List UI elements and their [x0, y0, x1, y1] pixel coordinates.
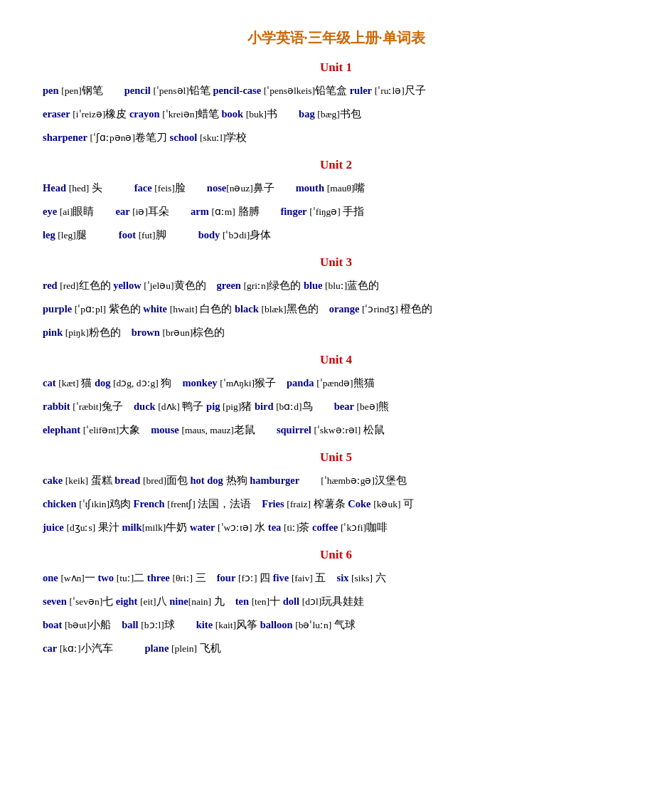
unit-line-unit6-2: boat [bəut]小船 ball [bɔːl]球 kite [kait]风筝…	[43, 615, 629, 635]
unit-line-unit5-1: chicken [ˈtʃikin]鸡肉 French [frentʃ] 法国，法…	[43, 494, 629, 514]
unit-title-unit1: Unit 1	[43, 60, 629, 75]
unit-line-unit4-0: cat [kæt] 猫 dog [dɔg, dɔːg] 狗 monkey [ˈm…	[43, 373, 629, 393]
unit-line-unit2-1: eye [ai]眼睛 ear [iə]耳朵 arm [ɑːm] 胳膊 finge…	[43, 201, 629, 222]
unit-line-unit6-3: car [kɑː]小汽车 plane [plein] 飞机	[43, 638, 629, 659]
unit-line-unit4-2: elephant [ˈelifənt]大象 mouse [maus, mauz]…	[43, 420, 629, 440]
unit-block-unit5: Unit 5cake [keik] 蛋糕 bread [bred]面包 hot …	[43, 450, 629, 538]
unit-line-unit5-0: cake [keik] 蛋糕 bread [bred]面包 hot dog 热狗…	[43, 470, 629, 491]
unit-line-unit2-0: Head [hed] 头 face [feis]脸 nose[nəuz]鼻子 m…	[43, 178, 629, 199]
unit-title-unit2: Unit 2	[43, 158, 629, 172]
unit-line-unit1-1: eraser [iˈreizə]橡皮 crayon [ˈkreiən]蜡笔 bo…	[43, 104, 629, 125]
unit-title-unit3: Unit 3	[43, 255, 629, 270]
unit-line-unit6-1: seven [ˈsevən]七 eight [eit]八 nine[nain] …	[43, 591, 629, 612]
unit-line-unit3-2: pink [piŋk]粉色的 brown [brəun]棕色的	[43, 322, 629, 343]
unit-line-unit1-0: pen [pen]钢笔 pencil [ˈpensəl]铅笔 pencil-ca…	[43, 80, 629, 101]
unit-block-unit2: Unit 2Head [hed] 头 face [feis]脸 nose[nəu…	[43, 158, 629, 245]
unit-line-unit3-0: red [red]红色的 yellow [ˈjeləu]黄色的 green [g…	[43, 275, 629, 296]
unit-line-unit4-1: rabbit [ˈræbit]兔子 duck [dʌk] 鸭子 pig [pig…	[43, 396, 629, 417]
unit-block-unit1: Unit 1pen [pen]钢笔 pencil [ˈpensəl]铅笔 pen…	[43, 60, 629, 148]
unit-line-unit2-2: leg [leg]腿 foot [fut]脚 body [ˈbɔdi]身体	[43, 225, 629, 245]
unit-title-unit5: Unit 5	[43, 450, 629, 465]
page-title: 小学英语·三年级上册·单词表	[43, 28, 629, 48]
unit-line-unit1-2: sharpener [ˈʃɑːpənə]卷笔刀 school [skuːl]学校	[43, 127, 629, 148]
unit-line-unit5-2: juice [dʒuːs] 果汁 milk[milk]牛奶 water [ˈwɔ…	[43, 517, 629, 538]
unit-line-unit6-0: one [wʌn]一 two [tuː]二 three [θriː] 三 fou…	[43, 568, 629, 588]
unit-block-unit4: Unit 4cat [kæt] 猫 dog [dɔg, dɔːg] 狗 monk…	[43, 353, 629, 440]
page-container: 小学英语·三年级上册·单词表 Unit 1pen [pen]钢笔 pencil …	[43, 28, 629, 659]
unit-block-unit3: Unit 3red [red]红色的 yellow [ˈjeləu]黄色的 gr…	[43, 255, 629, 343]
unit-line-unit3-1: purple [ˈpɑːpl] 紫色的 white [hwait] 白色的 bl…	[43, 299, 629, 319]
unit-title-unit4: Unit 4	[43, 353, 629, 367]
unit-block-unit6: Unit 6one [wʌn]一 two [tuː]二 three [θriː]…	[43, 548, 629, 659]
unit-title-unit6: Unit 6	[43, 548, 629, 562]
